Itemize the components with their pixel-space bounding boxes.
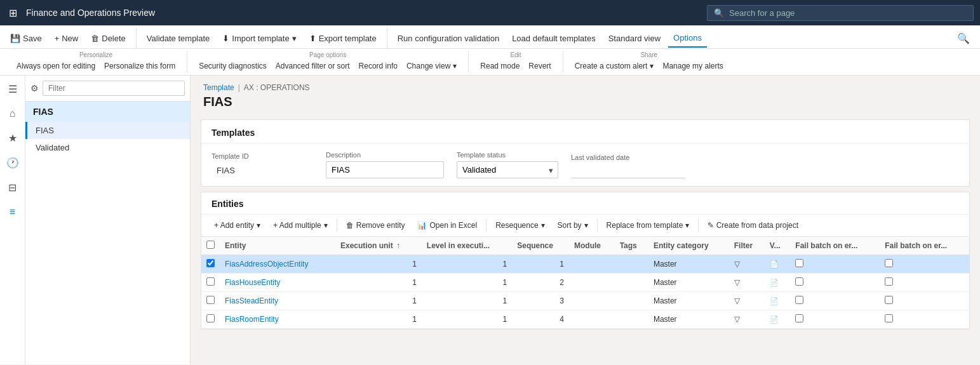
create-from-data-project-button[interactable]: ✎ Create from data project	[702, 218, 803, 232]
ribbon-manage-alerts-button[interactable]: Manage my alerts	[659, 60, 727, 72]
entity-link[interactable]: FiasAddressObjectEntity	[225, 260, 308, 269]
search-bar[interactable]: 🔍	[707, 5, 974, 21]
level-cell: 1	[422, 255, 512, 274]
entity-link[interactable]: FiasRoomEntity	[225, 315, 279, 324]
filter-icon[interactable]: ▽	[734, 296, 740, 305]
row-checkbox[interactable]	[206, 277, 215, 286]
fail-batch-2-checkbox[interactable]	[885, 314, 893, 322]
remove-entity-button[interactable]: 🗑 Remove entity	[341, 218, 410, 232]
search-input[interactable]	[729, 8, 967, 18]
ribbon-new-button[interactable]: + New	[50, 30, 84, 47]
entity-link[interactable]: FiasHouseEntity	[225, 278, 280, 287]
add-multiple-button[interactable]: + Add multiple ▾	[268, 218, 333, 232]
ribbon-record-info-button[interactable]: Record info	[355, 60, 401, 72]
col-header-module: Module	[569, 237, 615, 255]
tags-cell	[615, 292, 648, 310]
search-icon: 🔍	[714, 8, 724, 18]
entity-name-cell: FiasHouseEntity	[220, 274, 335, 292]
table-row[interactable]: FiasSteadEntity 1 1 3 Master ▽ 📄	[201, 292, 969, 310]
fail-batch-1-checkbox[interactable]	[795, 314, 803, 322]
ribbon-change-view-button[interactable]: Change view ▾	[403, 60, 460, 72]
ribbon-always-open-button[interactable]: Always open for editing	[13, 60, 99, 72]
ribbon-security-diagnostics-button[interactable]: Security diagnostics	[195, 60, 271, 72]
filter-icon[interactable]: ▽	[734, 278, 740, 287]
ribbon-read-mode-button[interactable]: Read mode	[476, 60, 523, 72]
nav-item-validated[interactable]: Validated	[25, 139, 190, 156]
fail-batch-2-checkbox[interactable]	[885, 259, 893, 267]
breadcrumb: Template | AX : OPERATIONS	[203, 83, 967, 92]
select-all-checkbox[interactable]	[206, 241, 215, 249]
ribbon-export-button[interactable]: ⬆ Export template	[304, 30, 382, 47]
filter-icon[interactable]: ▽	[734, 260, 740, 269]
breadcrumb-template-link[interactable]: Template	[203, 83, 234, 92]
v-icon[interactable]: 📄	[770, 260, 779, 268]
fail-batch-1-checkbox[interactable]	[795, 277, 803, 286]
entity-category-cell: Master	[648, 255, 729, 274]
table-row[interactable]: FiasHouseEntity 1 1 2 Master ▽ 📄	[201, 274, 969, 292]
ribbon-standard-view-button[interactable]: Standard view	[603, 30, 666, 47]
entity-link[interactable]: FiasSteadEntity	[225, 296, 278, 305]
nav-item-fias[interactable]: FIAS	[25, 122, 190, 139]
fail-batch-1-checkbox[interactable]	[795, 259, 803, 267]
page-title: FIAS	[203, 95, 967, 109]
fail-batch-1-cell	[790, 274, 880, 292]
row-checkbox[interactable]	[206, 314, 215, 322]
execution-unit-cell: 1	[335, 255, 422, 274]
entities-section: Entities + Add entity ▾ + Add multiple ▾…	[201, 192, 970, 329]
workspaces-icon[interactable]: ⊟	[6, 179, 19, 196]
resequence-button[interactable]: Resequence ▾	[490, 218, 549, 232]
sort-by-button[interactable]: Sort by ▾	[553, 218, 593, 232]
table-row[interactable]: FiasRoomEntity 1 1 4 Master ▽ 📄	[201, 310, 969, 329]
ribbon-options-button[interactable]: Options	[668, 29, 707, 48]
v-icon[interactable]: 📄	[770, 315, 779, 323]
fail-batch-2-checkbox[interactable]	[885, 296, 893, 304]
filter-icon[interactable]: ▽	[734, 315, 740, 324]
col-header-entity: Entity	[220, 237, 335, 255]
ribbon-load-defaults-button[interactable]: Load default templates	[507, 30, 601, 47]
list-icon[interactable]: ≡	[7, 204, 18, 220]
last-validated-date-field: Last validated date	[571, 154, 685, 178]
table-row[interactable]: FiasAddressObjectEntity 1 1 1 Master ▽ 📄	[201, 255, 969, 274]
v-icon[interactable]: 📄	[770, 297, 779, 305]
ribbon-group-personalize: Personalize Always open for editing Pers…	[5, 51, 187, 72]
recent-icon[interactable]: 🕐	[4, 154, 22, 171]
resequence-dropdown-icon: ▾	[541, 221, 545, 230]
replace-from-template-button[interactable]: Replace from template ▾	[601, 218, 695, 232]
add-entity-button[interactable]: + Add entity ▾	[209, 218, 265, 232]
toolbar-separator	[597, 219, 598, 232]
last-validated-date-value	[571, 178, 685, 178]
fail-batch-1-checkbox[interactable]	[795, 296, 803, 304]
description-input[interactable]	[326, 161, 444, 178]
home-icon[interactable]: ⌂	[7, 105, 18, 122]
ribbon-delete-button[interactable]: 🗑 Delete	[86, 30, 131, 47]
ribbon-validate-button[interactable]: Validate template	[142, 30, 215, 47]
favorites-icon[interactable]: ★	[6, 129, 20, 147]
sequence-cell: 1	[512, 255, 569, 274]
ribbon-import-button[interactable]: ⬇ Import template ▾	[217, 30, 301, 47]
level-cell: 1	[422, 310, 512, 329]
ribbon-run-config-button[interactable]: Run configuration validation	[393, 30, 504, 47]
filter-icon-cell: ▽	[729, 310, 765, 329]
open-in-excel-button[interactable]: 📊 Open in Excel	[412, 218, 482, 232]
ribbon-revert-button[interactable]: Revert	[525, 60, 554, 72]
row-checkbox-cell	[201, 310, 220, 329]
ribbon-search-icon[interactable]: 🔍	[952, 30, 975, 47]
nav-header-item[interactable]: FIAS	[25, 102, 190, 122]
row-checkbox[interactable]	[206, 296, 215, 304]
grid-icon[interactable]: ⊞	[6, 4, 20, 22]
ribbon-advanced-filter-button[interactable]: Advanced filter or sort	[272, 60, 354, 72]
v-icon[interactable]: 📄	[770, 279, 779, 286]
level-cell: 1	[422, 292, 512, 310]
menu-icon[interactable]: ☰	[6, 81, 20, 98]
entity-name-cell: FiasSteadEntity	[220, 292, 335, 310]
fail-batch-2-checkbox[interactable]	[885, 277, 893, 286]
ribbon-group-page-options: Page options Security diagnostics Advanc…	[187, 51, 469, 72]
ribbon-save-button[interactable]: 💾 Save	[5, 30, 47, 47]
row-checkbox[interactable]	[206, 259, 215, 267]
ribbon-personalize-form-button[interactable]: Personalize this form	[100, 60, 179, 72]
nav-filter-icon: ⚙	[30, 83, 39, 93]
execution-unit-cell: 1	[335, 274, 422, 292]
nav-filter-input[interactable]	[43, 81, 185, 96]
ribbon-create-alert-button[interactable]: Create a custom alert ▾	[571, 60, 658, 72]
template-status-select[interactable]: Validated Draft Deprecated	[457, 161, 558, 178]
